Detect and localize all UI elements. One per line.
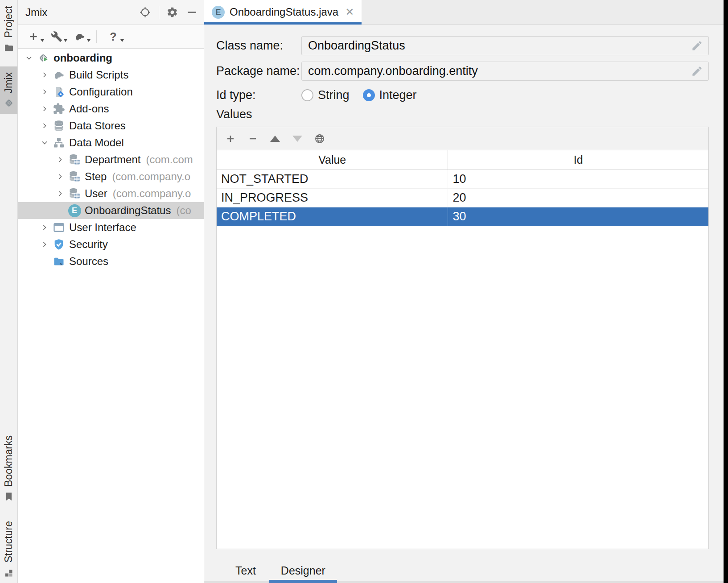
radio-integer-label: Integer: [379, 88, 417, 102]
radio-option-string[interactable]: String: [301, 88, 350, 102]
gear-icon[interactable]: [165, 6, 179, 19]
tree-item-label: User: [85, 187, 107, 200]
package-name-value: com.company.onboarding.entity: [308, 64, 691, 78]
radio-string-label: String: [318, 88, 350, 102]
locate-icon[interactable]: [138, 6, 152, 19]
hide-icon[interactable]: [185, 6, 198, 19]
add-row-icon[interactable]: [225, 133, 236, 145]
column-header-id[interactable]: Id: [448, 150, 708, 170]
move-up-icon[interactable]: [269, 133, 281, 145]
tree-item-step[interactable]: Step(com.company.o: [18, 168, 204, 185]
wrench-icon[interactable]: [50, 30, 63, 43]
gradle-gray-icon: [52, 68, 66, 82]
enum-icon: E: [68, 204, 81, 217]
folder-blue-icon: [52, 255, 66, 268]
chevron-collapsed-icon[interactable]: [39, 240, 50, 249]
chevron-expanded-icon[interactable]: [39, 138, 50, 147]
tree-item-onboardingstatus[interactable]: EOnboardingStatus(co: [18, 202, 204, 219]
table-row-completed[interactable]: COMPLETED30: [217, 207, 708, 226]
close-icon[interactable]: ✕: [345, 6, 354, 18]
enum-icon: E: [212, 6, 225, 19]
chevron-collapsed-icon[interactable]: [39, 223, 50, 232]
tree-item-configuration[interactable]: Configuration: [18, 83, 204, 100]
tree-item-sources[interactable]: Sources: [18, 253, 204, 270]
stripe-tab-jmix[interactable]: Jmix: [0, 66, 17, 114]
stripe-tab-structure[interactable]: Structure: [0, 515, 17, 583]
chevron-collapsed-icon[interactable]: [54, 189, 66, 198]
package-name-field[interactable]: com.company.onboarding.entity: [301, 62, 709, 81]
tree-item-package-hint: (com.company.o: [113, 187, 191, 200]
add-icon[interactable]: [27, 30, 40, 43]
jmix-run-icon: [37, 51, 50, 65]
tree-item-label: Add-ons: [69, 103, 109, 115]
tab-designer[interactable]: Designer: [269, 560, 337, 581]
tree-item-label: Configuration: [69, 86, 133, 98]
tree-item-department[interactable]: Department(com.com: [18, 151, 204, 168]
editor-tab-onboardingstatus[interactable]: E OnboardingStatus.java ✕: [204, 0, 362, 24]
chevron-collapsed-icon[interactable]: [39, 121, 50, 130]
data-model-icon: [52, 136, 66, 149]
tree-item-label: Security: [69, 238, 108, 251]
stripe-tab-project[interactable]: Project: [0, 0, 17, 58]
chevron-expanded-icon[interactable]: [23, 54, 35, 62]
edit-pencil-icon[interactable]: [691, 65, 703, 77]
jmix-panel-toolbar: ?: [18, 25, 204, 49]
radio-integer[interactable]: [363, 89, 375, 101]
remove-row-icon[interactable]: [247, 133, 259, 145]
values-table-toolbar: [217, 127, 708, 150]
values-table: Value Id NOT_STARTED10IN_PROGRESS20COMPL…: [216, 127, 709, 549]
ide-window: Project Jmix Bookmarks: [0, 0, 728, 583]
stripe-tab-bookmarks[interactable]: Bookmarks: [0, 430, 17, 507]
globe-icon[interactable]: [314, 133, 325, 145]
chevron-collapsed-icon[interactable]: [39, 104, 50, 113]
enum-icon: E: [68, 204, 81, 217]
tree-item-user[interactable]: User(com.company.o: [18, 185, 204, 202]
folder-icon: [4, 42, 14, 53]
tree-item-label: Data Model: [69, 136, 124, 149]
tree-item-label: Step: [85, 170, 107, 183]
tree-item-label: User Interface: [69, 221, 136, 234]
chevron-collapsed-icon[interactable]: [54, 155, 66, 164]
tree-item-label: Build Scripts: [69, 69, 128, 81]
chevron-collapsed-icon[interactable]: [39, 87, 50, 96]
radio-option-integer[interactable]: Integer: [363, 88, 417, 102]
move-down-icon[interactable]: [292, 133, 303, 145]
tree-item-data-stores[interactable]: Data Stores: [18, 117, 204, 134]
toolbar-divider: [96, 30, 97, 43]
class-name-field[interactable]: OnboardingStatus: [301, 36, 709, 55]
value-cell[interactable]: IN_PROGRESS: [217, 189, 448, 207]
edit-pencil-icon[interactable]: [691, 40, 703, 52]
shield-icon: [52, 238, 66, 251]
database-icon: [52, 119, 66, 132]
tree-item-data-model[interactable]: Data Model: [18, 134, 204, 151]
tree-item-package-hint: (com.company.o: [112, 170, 190, 183]
table-row-not-started[interactable]: NOT_STARTED10: [217, 170, 708, 189]
id-cell[interactable]: 20: [448, 189, 708, 207]
tree-item-user-interface[interactable]: User Interface: [18, 219, 204, 236]
value-cell[interactable]: NOT_STARTED: [217, 170, 448, 188]
tree-item-onboarding[interactable]: onboarding: [18, 50, 204, 66]
radio-string[interactable]: [301, 89, 313, 101]
gradle-icon[interactable]: [73, 30, 86, 43]
table-row-in-progress[interactable]: IN_PROGRESS20: [217, 189, 708, 207]
jmix-panel-title: Jmix: [25, 6, 132, 19]
chevron-collapsed-icon[interactable]: [39, 70, 50, 79]
value-cell[interactable]: COMPLETED: [217, 207, 448, 226]
jmix-logo-icon: [4, 98, 14, 108]
tree-item-package-hint: (co: [176, 204, 191, 217]
tree-item-build-scripts[interactable]: Build Scripts: [18, 66, 204, 83]
id-cell[interactable]: 30: [448, 207, 708, 226]
tab-text[interactable]: Text: [224, 560, 267, 581]
screen-edge: [724, 0, 728, 583]
column-header-value[interactable]: Value: [217, 150, 448, 170]
id-cell[interactable]: 10: [448, 170, 708, 188]
help-icon[interactable]: ?: [107, 30, 120, 43]
entity-icon: [68, 153, 81, 166]
chevron-collapsed-icon[interactable]: [54, 172, 66, 181]
tab-designer-label: Designer: [281, 564, 325, 577]
id-type-radio-group: String Integer: [301, 88, 417, 102]
tree-item-add-ons[interactable]: Add-ons: [18, 100, 204, 117]
class-name-row: Class name: OnboardingStatus: [216, 36, 709, 55]
tree-item-security[interactable]: Security: [18, 236, 204, 253]
values-table-header: Value Id: [217, 150, 708, 170]
